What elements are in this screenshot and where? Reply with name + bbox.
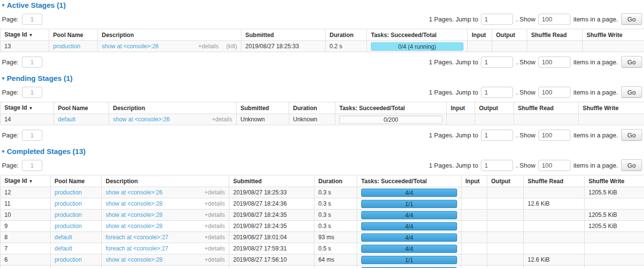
col-pool-name[interactable]: Pool Name xyxy=(49,29,98,41)
description-link[interactable]: show at <console>:28 xyxy=(106,200,163,208)
col-input[interactable]: Input xyxy=(468,29,492,41)
col-shuffle-read[interactable]: Shuffle Read xyxy=(514,102,579,114)
description-link[interactable]: show at <console>:26 xyxy=(113,115,170,123)
col-duration[interactable]: Duration xyxy=(314,175,357,187)
col-stage-id[interactable]: Stage Id▼ xyxy=(0,175,51,187)
pool-name-link[interactable]: default xyxy=(55,245,72,252)
page-number-input[interactable] xyxy=(22,160,42,171)
details-link[interactable]: +details xyxy=(204,245,225,252)
table-row: 8 default foreach at <console>:27 +detai… xyxy=(0,232,644,243)
details-link[interactable]: +details xyxy=(204,189,225,196)
col-shuffle-write[interactable]: Shuffle Write xyxy=(583,29,644,41)
col-stage-id[interactable]: Stage Id▼ xyxy=(0,102,54,114)
col-tasks[interactable]: Tasks: Succeeded/Total xyxy=(367,29,468,41)
col-description[interactable]: Description xyxy=(98,29,241,41)
items-per-page-input[interactable] xyxy=(538,57,570,68)
go-button[interactable]: Go xyxy=(621,129,642,141)
show-label: . Show xyxy=(516,58,535,66)
details-link[interactable]: +details xyxy=(212,115,232,123)
details-link[interactable]: +details xyxy=(204,222,225,230)
pool-name-link[interactable]: production xyxy=(53,43,80,50)
pool-name-link[interactable]: production xyxy=(55,200,82,207)
details-link[interactable]: +details xyxy=(198,42,219,50)
cell-duration: 64 ms xyxy=(314,254,357,266)
col-input[interactable]: Input xyxy=(447,102,475,114)
go-button[interactable]: Go xyxy=(621,86,642,98)
cell-tasks: 0/200 xyxy=(335,114,447,125)
details-link[interactable]: +details xyxy=(204,233,225,241)
cell-stage-id: 12 xyxy=(0,187,51,198)
jump-to-page-input[interactable] xyxy=(481,87,513,98)
page-number-input[interactable] xyxy=(22,14,42,25)
items-per-page-input[interactable] xyxy=(538,14,570,25)
details-link[interactable]: +details xyxy=(204,200,225,208)
description-link[interactable]: show at <console>:28 xyxy=(106,222,163,230)
items-per-page-input[interactable] xyxy=(538,160,570,171)
section-header-active-stages[interactable]: ▾ Active Stages (1) xyxy=(2,1,644,9)
pool-name-link[interactable]: production xyxy=(55,211,82,218)
col-output[interactable]: Output xyxy=(492,29,527,41)
pages-jump-label: 1 Pages. Jump to xyxy=(429,162,478,169)
description-link[interactable]: show at <console>:26 xyxy=(102,42,159,50)
col-description[interactable]: Description xyxy=(102,175,229,187)
col-output[interactable]: Output xyxy=(487,175,524,187)
table-header-row: Stage Id▼ Pool Name Description Submitte… xyxy=(0,29,644,41)
col-tasks[interactable]: Tasks: Succeeded/Total xyxy=(335,102,447,114)
cell-input xyxy=(447,114,475,125)
col-pool-name[interactable]: Pool Name xyxy=(51,175,102,187)
page-number-input[interactable] xyxy=(22,57,42,68)
pagination-pending-top: Page: 1 Pages. Jump to . Show items in a… xyxy=(2,86,642,98)
jump-to-page-input[interactable] xyxy=(481,57,513,68)
section-header-completed-stages[interactable]: ▾ Completed Stages (13) xyxy=(2,147,644,155)
col-tasks[interactable]: Tasks: Succeeded/Total xyxy=(357,175,461,187)
go-button[interactable]: Go xyxy=(621,159,642,171)
cell-input xyxy=(461,243,487,254)
page-number-input[interactable] xyxy=(22,87,42,98)
items-per-page-input[interactable] xyxy=(538,87,570,98)
pool-name-link[interactable]: default xyxy=(58,116,75,123)
col-duration[interactable]: Duration xyxy=(326,29,367,41)
pool-name-link[interactable]: production xyxy=(55,223,82,230)
col-shuffle-read[interactable]: Shuffle Read xyxy=(527,29,583,41)
col-duration[interactable]: Duration xyxy=(289,102,335,114)
cell-pool-name: production xyxy=(51,187,102,198)
col-output[interactable]: Output xyxy=(475,102,514,114)
cell-submitted: 2019/08/27 17:59:31 xyxy=(229,243,314,254)
table-row: 12 production show at <console>:26 +deta… xyxy=(0,187,644,198)
col-submitted[interactable]: Submitted xyxy=(241,29,326,41)
col-stage-id[interactable]: Stage Id▼ xyxy=(0,29,49,41)
col-pool-name[interactable]: Pool Name xyxy=(54,102,109,114)
description-link[interactable]: show at <console>:28 xyxy=(106,211,163,219)
jump-to-page-input[interactable] xyxy=(481,14,513,25)
kill-link[interactable]: (kill) xyxy=(226,42,237,50)
col-shuffle-write[interactable]: Shuffle Write xyxy=(579,102,644,114)
col-description[interactable]: Description xyxy=(109,102,237,114)
col-shuffle-read[interactable]: Shuffle Read xyxy=(524,175,585,187)
description-link[interactable]: foreach at <console>:27 xyxy=(106,233,168,241)
items-per-page-input[interactable] xyxy=(538,130,570,141)
go-button[interactable]: Go xyxy=(621,13,642,25)
go-button[interactable]: Go xyxy=(621,56,642,68)
description-link[interactable]: foreach at <console>:27 xyxy=(106,245,168,252)
jump-to-page-input[interactable] xyxy=(481,130,513,141)
page-number-input[interactable] xyxy=(22,130,42,141)
pool-name-link[interactable]: default xyxy=(55,234,72,241)
pool-name-link[interactable]: production xyxy=(55,256,82,263)
col-shuffle-write[interactable]: Shuffle Write xyxy=(585,175,644,187)
cell-submitted: 2019/08/27 18:24:36 xyxy=(229,198,314,210)
pool-name-link[interactable]: production xyxy=(55,189,82,196)
details-link[interactable]: +details xyxy=(204,211,225,219)
col-input[interactable]: Input xyxy=(461,175,487,187)
section-header-pending-stages[interactable]: ▾ Pending Stages (1) xyxy=(2,74,644,82)
details-link[interactable]: +details xyxy=(204,256,225,264)
description-link[interactable]: show at <console>:28 xyxy=(106,256,163,264)
cell-stage-id: 14 xyxy=(0,114,54,125)
col-submitted[interactable]: Submitted xyxy=(229,175,314,187)
cell-input xyxy=(461,266,487,268)
tasks-progress-bar: 4/4 xyxy=(361,189,457,197)
cell-tasks: 4/4 xyxy=(357,187,461,198)
cell-shuffle-read xyxy=(527,41,583,52)
description-link[interactable]: show at <console>:26 xyxy=(106,189,163,196)
jump-to-page-input[interactable] xyxy=(481,160,513,171)
col-submitted[interactable]: Submitted xyxy=(237,102,289,114)
